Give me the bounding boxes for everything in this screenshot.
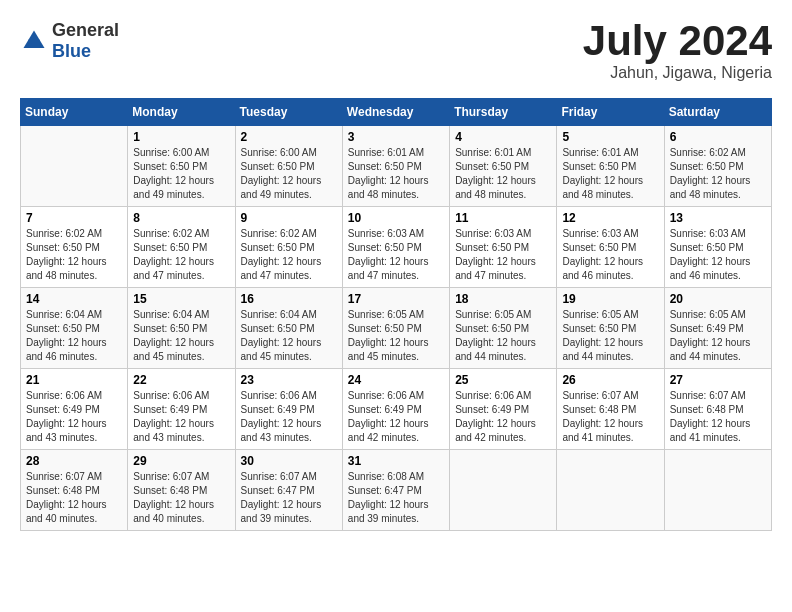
day-number: 7 [26,211,122,225]
calendar-cell: 27Sunrise: 6:07 AM Sunset: 6:48 PM Dayli… [664,369,771,450]
location: Jahun, Jigawa, Nigeria [583,64,772,82]
day-info: Sunrise: 6:07 AM Sunset: 6:48 PM Dayligh… [133,470,229,526]
day-number: 17 [348,292,444,306]
calendar-cell: 11Sunrise: 6:03 AM Sunset: 6:50 PM Dayli… [450,207,557,288]
calendar-cell: 28Sunrise: 6:07 AM Sunset: 6:48 PM Dayli… [21,450,128,531]
month-title: July 2024 [583,20,772,62]
day-info: Sunrise: 6:05 AM Sunset: 6:50 PM Dayligh… [348,308,444,364]
day-info: Sunrise: 6:04 AM Sunset: 6:50 PM Dayligh… [133,308,229,364]
day-info: Sunrise: 6:06 AM Sunset: 6:49 PM Dayligh… [133,389,229,445]
week-row-3: 14Sunrise: 6:04 AM Sunset: 6:50 PM Dayli… [21,288,772,369]
calendar-cell: 15Sunrise: 6:04 AM Sunset: 6:50 PM Dayli… [128,288,235,369]
calendar-cell: 9Sunrise: 6:02 AM Sunset: 6:50 PM Daylig… [235,207,342,288]
day-info: Sunrise: 6:07 AM Sunset: 6:48 PM Dayligh… [562,389,658,445]
day-number: 15 [133,292,229,306]
calendar-cell: 23Sunrise: 6:06 AM Sunset: 6:49 PM Dayli… [235,369,342,450]
calendar-cell: 8Sunrise: 6:02 AM Sunset: 6:50 PM Daylig… [128,207,235,288]
day-info: Sunrise: 6:02 AM Sunset: 6:50 PM Dayligh… [133,227,229,283]
header-cell-tuesday: Tuesday [235,99,342,126]
day-number: 10 [348,211,444,225]
day-info: Sunrise: 6:03 AM Sunset: 6:50 PM Dayligh… [670,227,766,283]
calendar-cell: 1Sunrise: 6:00 AM Sunset: 6:50 PM Daylig… [128,126,235,207]
day-number: 9 [241,211,337,225]
day-number: 26 [562,373,658,387]
calendar-cell: 13Sunrise: 6:03 AM Sunset: 6:50 PM Dayli… [664,207,771,288]
logo-icon [20,27,48,55]
day-number: 22 [133,373,229,387]
calendar-cell: 7Sunrise: 6:02 AM Sunset: 6:50 PM Daylig… [21,207,128,288]
day-info: Sunrise: 6:07 AM Sunset: 6:48 PM Dayligh… [670,389,766,445]
day-info: Sunrise: 6:02 AM Sunset: 6:50 PM Dayligh… [26,227,122,283]
week-row-2: 7Sunrise: 6:02 AM Sunset: 6:50 PM Daylig… [21,207,772,288]
calendar-cell: 4Sunrise: 6:01 AM Sunset: 6:50 PM Daylig… [450,126,557,207]
calendar-cell [21,126,128,207]
day-number: 14 [26,292,122,306]
calendar-cell: 21Sunrise: 6:06 AM Sunset: 6:49 PM Dayli… [21,369,128,450]
header-cell-sunday: Sunday [21,99,128,126]
day-number: 16 [241,292,337,306]
calendar-cell: 3Sunrise: 6:01 AM Sunset: 6:50 PM Daylig… [342,126,449,207]
day-info: Sunrise: 6:03 AM Sunset: 6:50 PM Dayligh… [562,227,658,283]
day-info: Sunrise: 6:07 AM Sunset: 6:47 PM Dayligh… [241,470,337,526]
day-info: Sunrise: 6:04 AM Sunset: 6:50 PM Dayligh… [241,308,337,364]
calendar-cell: 12Sunrise: 6:03 AM Sunset: 6:50 PM Dayli… [557,207,664,288]
day-number: 28 [26,454,122,468]
day-info: Sunrise: 6:03 AM Sunset: 6:50 PM Dayligh… [348,227,444,283]
day-number: 30 [241,454,337,468]
svg-rect-1 [28,40,39,48]
calendar-cell: 17Sunrise: 6:05 AM Sunset: 6:50 PM Dayli… [342,288,449,369]
week-row-4: 21Sunrise: 6:06 AM Sunset: 6:49 PM Dayli… [21,369,772,450]
header-cell-saturday: Saturday [664,99,771,126]
day-info: Sunrise: 6:06 AM Sunset: 6:49 PM Dayligh… [241,389,337,445]
calendar-cell: 10Sunrise: 6:03 AM Sunset: 6:50 PM Dayli… [342,207,449,288]
page-header: General Blue July 2024 Jahun, Jigawa, Ni… [20,20,772,82]
day-number: 31 [348,454,444,468]
day-number: 2 [241,130,337,144]
calendar-cell: 14Sunrise: 6:04 AM Sunset: 6:50 PM Dayli… [21,288,128,369]
day-info: Sunrise: 6:07 AM Sunset: 6:48 PM Dayligh… [26,470,122,526]
header-cell-wednesday: Wednesday [342,99,449,126]
day-number: 18 [455,292,551,306]
day-number: 23 [241,373,337,387]
day-number: 27 [670,373,766,387]
day-info: Sunrise: 6:06 AM Sunset: 6:49 PM Dayligh… [455,389,551,445]
day-number: 21 [26,373,122,387]
day-info: Sunrise: 6:02 AM Sunset: 6:50 PM Dayligh… [670,146,766,202]
calendar-cell: 25Sunrise: 6:06 AM Sunset: 6:49 PM Dayli… [450,369,557,450]
logo-general: General [52,20,119,41]
calendar-cell: 16Sunrise: 6:04 AM Sunset: 6:50 PM Dayli… [235,288,342,369]
calendar-cell: 18Sunrise: 6:05 AM Sunset: 6:50 PM Dayli… [450,288,557,369]
calendar-cell: 5Sunrise: 6:01 AM Sunset: 6:50 PM Daylig… [557,126,664,207]
day-info: Sunrise: 6:06 AM Sunset: 6:49 PM Dayligh… [348,389,444,445]
calendar-cell [557,450,664,531]
day-info: Sunrise: 6:08 AM Sunset: 6:47 PM Dayligh… [348,470,444,526]
day-info: Sunrise: 6:01 AM Sunset: 6:50 PM Dayligh… [562,146,658,202]
calendar-cell: 31Sunrise: 6:08 AM Sunset: 6:47 PM Dayli… [342,450,449,531]
day-number: 20 [670,292,766,306]
calendar-cell: 20Sunrise: 6:05 AM Sunset: 6:49 PM Dayli… [664,288,771,369]
day-number: 11 [455,211,551,225]
calendar-cell [664,450,771,531]
day-info: Sunrise: 6:00 AM Sunset: 6:50 PM Dayligh… [241,146,337,202]
day-info: Sunrise: 6:04 AM Sunset: 6:50 PM Dayligh… [26,308,122,364]
day-number: 4 [455,130,551,144]
day-info: Sunrise: 6:05 AM Sunset: 6:50 PM Dayligh… [455,308,551,364]
day-number: 3 [348,130,444,144]
calendar-cell: 24Sunrise: 6:06 AM Sunset: 6:49 PM Dayli… [342,369,449,450]
calendar-cell: 30Sunrise: 6:07 AM Sunset: 6:47 PM Dayli… [235,450,342,531]
header-cell-monday: Monday [128,99,235,126]
calendar-cell: 22Sunrise: 6:06 AM Sunset: 6:49 PM Dayli… [128,369,235,450]
day-number: 13 [670,211,766,225]
day-info: Sunrise: 6:02 AM Sunset: 6:50 PM Dayligh… [241,227,337,283]
day-info: Sunrise: 6:05 AM Sunset: 6:50 PM Dayligh… [562,308,658,364]
header-cell-thursday: Thursday [450,99,557,126]
day-number: 6 [670,130,766,144]
day-number: 1 [133,130,229,144]
week-row-5: 28Sunrise: 6:07 AM Sunset: 6:48 PM Dayli… [21,450,772,531]
day-info: Sunrise: 6:00 AM Sunset: 6:50 PM Dayligh… [133,146,229,202]
day-number: 5 [562,130,658,144]
calendar-table: SundayMondayTuesdayWednesdayThursdayFrid… [20,98,772,531]
calendar-cell: 29Sunrise: 6:07 AM Sunset: 6:48 PM Dayli… [128,450,235,531]
day-info: Sunrise: 6:03 AM Sunset: 6:50 PM Dayligh… [455,227,551,283]
logo-blue: Blue [52,41,119,62]
